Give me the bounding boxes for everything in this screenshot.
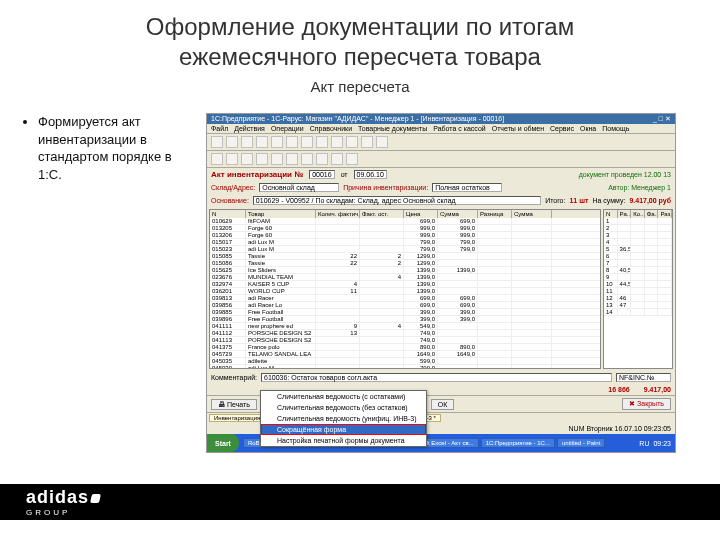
table-row[interactable]: 015017adi Lux M799,0799,0 xyxy=(210,239,600,246)
menu-item[interactable]: Справочники xyxy=(310,125,352,132)
menu-item[interactable]: Операции xyxy=(271,125,304,132)
table-row[interactable]: 015625Ice Sliders1399,01399,0 xyxy=(210,267,600,274)
table-row[interactable]: 045729TELAMO SANDAL LEA1649,01649,0 xyxy=(210,351,600,358)
table-row[interactable]: 840,5 xyxy=(604,267,672,274)
table-row[interactable]: 1347 xyxy=(604,302,672,309)
menu-item[interactable]: Файл xyxy=(211,125,228,132)
menu-bar[interactable]: ФайлДействияОперацииСправочникиТоварные … xyxy=(207,124,675,134)
table-row[interactable]: 9 xyxy=(604,274,672,281)
table-row[interactable]: 4 xyxy=(604,239,672,246)
table-row[interactable]: 015085Tassie2221299,0 xyxy=(210,253,600,260)
table-row[interactable]: 023676MUNDIAL TEAM41399,0 xyxy=(210,274,600,281)
menu-item[interactable]: Помощь xyxy=(602,125,629,132)
comment-field[interactable]: 610036: Остаток товаров согл.акта xyxy=(261,373,612,382)
taskbar-item[interactable]: untitled - Paint xyxy=(557,438,605,448)
context-menu-item[interactable]: Сокращённая форма xyxy=(261,424,426,435)
table-row[interactable]: 013206Forge 60999,0999,0 xyxy=(210,232,600,239)
window-titlebar: 1С:Предприятие - 1С-Рарус: Магазин "АДИД… xyxy=(207,114,675,124)
table-row[interactable]: 045039adi Lux M799,0 xyxy=(210,365,600,368)
table-row[interactable]: 032974KAISER 5 CUP41399,0 xyxy=(210,281,600,288)
art-field[interactable]: NF&INC.№ xyxy=(616,373,671,382)
menu-item[interactable]: Сервис xyxy=(550,125,574,132)
table-row[interactable]: 041112PORSCHE DESIGN S213749,0 xyxy=(210,330,600,337)
menu-item[interactable]: Отчеты и обмен xyxy=(492,125,544,132)
slide-title: Оформление документации по итогам ежемес… xyxy=(0,0,720,72)
menu-item[interactable]: Действия xyxy=(234,125,265,132)
table-row[interactable]: 039896Free Football399,0399,0 xyxy=(210,316,600,323)
table-row[interactable]: 010629fitFOAM699,0699,0 xyxy=(210,218,600,225)
table-row[interactable]: 6 xyxy=(604,253,672,260)
context-menu-item[interactable]: Сличительная ведомость (унифиц. ИНВ-3) xyxy=(261,413,426,424)
side-grid[interactable]: NРа...Ко...Фа...Раз... 1234536,567840,59… xyxy=(603,209,673,369)
table-row[interactable]: 041113PORSCHE DESIGN S2749,0 xyxy=(210,337,600,344)
table-row[interactable]: 036201WORLD CUP111399,0 xyxy=(210,288,600,295)
table-row[interactable]: 3 xyxy=(604,232,672,239)
table-row[interactable]: 11 xyxy=(604,288,672,295)
reason-field[interactable]: Полная остатков xyxy=(432,183,502,192)
table-row[interactable]: 015023adi Lux M799,0799,0 xyxy=(210,246,600,253)
slide-footer: adidas GROUP xyxy=(0,484,720,540)
start-button[interactable]: Start xyxy=(207,434,239,452)
table-row[interactable]: 045035adilette599,0 xyxy=(210,358,600,365)
table-row[interactable]: 1246 xyxy=(604,295,672,302)
table-row[interactable]: 2 xyxy=(604,225,672,232)
table-row[interactable]: 536,5 xyxy=(604,246,672,253)
table-row[interactable]: 1 xyxy=(604,218,672,225)
table-row[interactable]: 7 xyxy=(604,260,672,267)
table-row[interactable]: 039813adi Racer699,0699,0 xyxy=(210,295,600,302)
table-row[interactable]: 1044,5 xyxy=(604,281,672,288)
doc-header: Акт инвентаризации № 00016 от 09.06.10 д… xyxy=(207,168,675,181)
toolbar-1[interactable] xyxy=(207,134,675,151)
table-row[interactable]: 14 xyxy=(604,309,672,316)
context-menu-item[interactable]: Настройка печатной формы документа xyxy=(261,435,426,446)
main-grid[interactable]: NТоварКолич. фактич.Факт. ост.ЦенаСуммаР… xyxy=(209,209,601,369)
table-row[interactable]: 041111new prophere ed94549,0 xyxy=(210,323,600,330)
brand-logo: adidas GROUP xyxy=(26,487,100,517)
print-button[interactable]: 🖶 Печать xyxy=(211,399,257,410)
table-row[interactable]: 015086Tassie2221299,0 xyxy=(210,260,600,267)
toolbar-2[interactable] xyxy=(207,151,675,168)
basis-field[interactable]: 010629 - V00952 / По складам: Склад, адр… xyxy=(253,196,541,205)
context-menu[interactable]: Сличительная ведомость (с остатками)Слич… xyxy=(260,390,427,447)
context-menu-item[interactable]: Сличительная ведомость (без остатков) xyxy=(261,402,426,413)
doc-number-field[interactable]: 00016 xyxy=(309,170,334,179)
table-row[interactable]: 041375France polo890,0890,0 xyxy=(210,344,600,351)
context-menu-item[interactable]: Сличительная ведомость (с остатками) xyxy=(261,391,426,402)
menu-item[interactable]: Товарные документы xyxy=(358,125,427,132)
close-button[interactable]: ✖ Закрыть xyxy=(622,398,671,410)
taskbar-item[interactable]: 1С:Предприятие - 1С... xyxy=(481,438,555,448)
ok-button[interactable]: ОК xyxy=(431,399,455,410)
warehouse-field[interactable]: Основной склад xyxy=(259,183,339,192)
table-row[interactable]: 039885Free Football399,0399,0 xyxy=(210,309,600,316)
table-row[interactable]: 013205Forge 60999,0999,0 xyxy=(210,225,600,232)
slide-subtitle: Акт пересчета xyxy=(0,78,720,95)
doc-date-field[interactable]: 09.06.10 xyxy=(354,170,387,179)
menu-item[interactable]: Окна xyxy=(580,125,596,132)
table-row[interactable]: 039856adi Racer Lo699,0699,0 xyxy=(210,302,600,309)
bullet-text: Формируется акт инвентаризации в стандар… xyxy=(24,113,194,453)
menu-item[interactable]: Работа с кассой xyxy=(433,125,485,132)
